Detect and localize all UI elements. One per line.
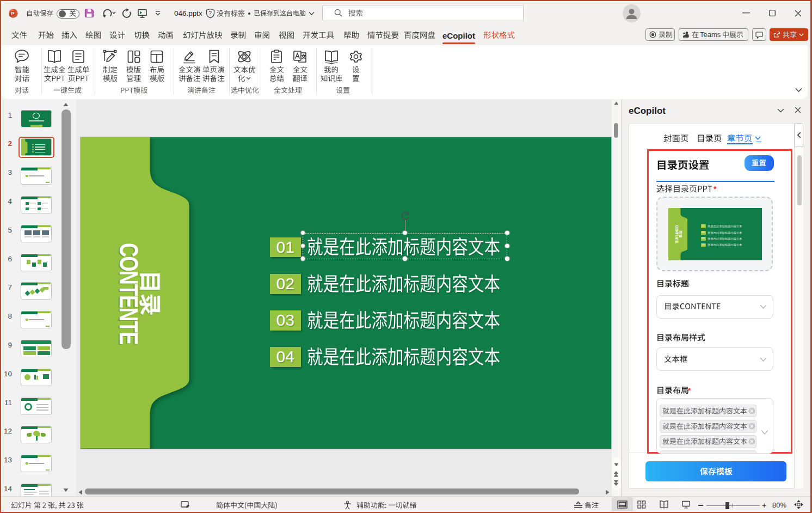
svg-text:P: P <box>11 11 14 16</box>
svg-text:?: ? <box>208 10 212 16</box>
